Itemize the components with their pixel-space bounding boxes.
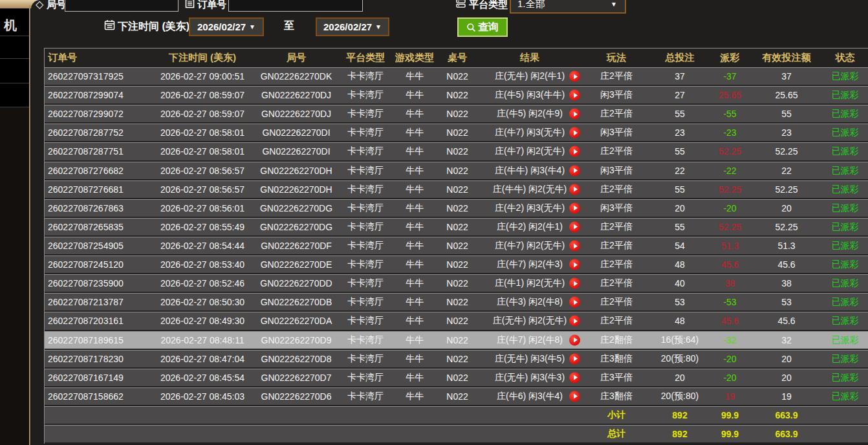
table-row[interactable]: 2602270872877512026-02-27 08:58:01GN0222… xyxy=(45,142,868,161)
table-row[interactable]: 2602270872658352026-02-27 08:55:49GN0222… xyxy=(45,218,868,237)
cell-table-no: N022 xyxy=(437,200,477,217)
cell-play-method: 庄2平倍 xyxy=(582,68,651,85)
cell-status: 已派彩 xyxy=(822,275,868,292)
play-replay-icon[interactable] xyxy=(569,278,580,289)
cell-valid-bet: 55 xyxy=(751,105,822,122)
cell-round-id: GN022262270D9 xyxy=(254,332,339,349)
play-replay-icon[interactable] xyxy=(569,184,580,195)
cell-valid-bet: 53 xyxy=(751,294,822,310)
table-row[interactable]: 2602270872766812026-02-27 08:56:57GN0222… xyxy=(45,180,868,199)
play-replay-icon[interactable] xyxy=(569,241,580,252)
play-replay-icon[interactable] xyxy=(569,391,580,402)
play-replay-icon[interactable] xyxy=(569,372,580,383)
play-replay-icon[interactable] xyxy=(569,259,580,270)
cell-valid-bet: 52.25 xyxy=(751,181,822,198)
cell-payout: 52.25 xyxy=(709,219,751,235)
cell-status: 已派彩 xyxy=(822,312,868,329)
play-replay-icon[interactable] xyxy=(569,90,580,101)
play-replay-icon[interactable] xyxy=(569,334,580,345)
cell-order-id: 260227087189615 xyxy=(45,332,151,349)
play-replay-icon[interactable] xyxy=(569,221,580,232)
cell-platform-type: 卡卡湾厅 xyxy=(339,124,392,141)
cell-status: 已派彩 xyxy=(822,237,868,254)
cell-payout: 45.6 xyxy=(709,256,751,273)
table-row[interactable]: 2602270872549052026-02-27 08:54:44GN0222… xyxy=(45,237,868,255)
cell-game-type: 牛牛 xyxy=(392,351,437,367)
cell-result: 庄(牛7) 闲2(牛3) xyxy=(477,256,582,273)
cell-play-method: 庄2平倍 xyxy=(582,256,651,273)
table-row[interactable]: 2602270872451202026-02-27 08:53:40GN0222… xyxy=(45,255,868,274)
play-replay-icon[interactable] xyxy=(569,297,580,308)
play-replay-icon[interactable] xyxy=(569,353,580,364)
cell-game-type: 牛牛 xyxy=(392,143,437,160)
cell-play-method: 庄2平倍 xyxy=(582,237,651,254)
cell-status: 已派彩 xyxy=(822,369,868,386)
table-row[interactable]: 2602270973179252026-02-27 09:00:51GN0222… xyxy=(45,67,868,86)
cell-play-method: 庄3翻倍 xyxy=(582,388,651,405)
column-header-order-id: 订单号 xyxy=(45,49,151,67)
cell-payout: 52.25 xyxy=(709,181,751,198)
table-row[interactable]: 2602270872766822026-02-27 08:56:57GN0222… xyxy=(45,162,868,180)
order-list-icon xyxy=(185,0,195,8)
cell-round-id: GN022262270DI xyxy=(254,124,339,141)
cell-play-method: 闲3平倍 xyxy=(582,87,651,103)
table-row[interactable]: 2602270872137872026-02-27 08:50:30GN0222… xyxy=(45,293,868,312)
table-row[interactable]: 2602270872359002026-02-27 08:52:46GN0222… xyxy=(45,274,868,293)
sidebar-divider xyxy=(0,36,30,36)
cell-game-type: 牛牛 xyxy=(392,162,437,179)
table-row[interactable]: 2602270871586622026-02-27 08:45:03GN0222… xyxy=(45,387,868,406)
platform-type-icon xyxy=(456,0,466,8)
cell-bet-time: 2026-02-27 09:00:51 xyxy=(151,68,254,85)
table-row[interactable]: 2602270872990722026-02-27 08:59:07GN0222… xyxy=(45,105,868,124)
bet-records-table: 订单号下注时间 (美东)局号平台类型游戏类型桌号结果玩法总投注派彩有效投注额状态… xyxy=(44,48,868,444)
spacer xyxy=(45,426,582,442)
cell-total-bet: 20 xyxy=(651,200,709,217)
cell-platform-type: 卡卡湾厅 xyxy=(339,237,392,254)
table-row[interactable]: 2602270871671492026-02-27 08:45:54GN0222… xyxy=(45,369,868,387)
cell-total-bet: 48 xyxy=(651,256,709,273)
play-replay-icon[interactable] xyxy=(569,127,580,138)
cell-total-bet: 54 xyxy=(651,237,709,254)
cell-table-no: N022 xyxy=(437,87,477,103)
cell-result: 庄(牛7) 闲3(无牛) xyxy=(477,124,582,141)
cell-table-no: N022 xyxy=(437,68,477,85)
cell-round-id: GN022262270DB xyxy=(254,294,339,310)
grand-total-payout: 99.9 xyxy=(709,426,751,442)
table-row[interactable]: 2602270872990742026-02-27 08:59:07GN0222… xyxy=(45,86,868,105)
round-number-input[interactable] xyxy=(65,0,179,12)
play-replay-icon[interactable] xyxy=(569,165,580,176)
table-row[interactable]: 2602270872031612026-02-27 08:49:30GN0222… xyxy=(45,312,868,331)
play-replay-icon[interactable] xyxy=(569,71,580,82)
cell-round-id: GN022262270DE xyxy=(254,256,339,273)
table-row[interactable]: 2602270872877522026-02-27 08:58:01GN0222… xyxy=(45,124,868,142)
table-row[interactable]: 2602270871896152026-02-27 08:48:11GN0222… xyxy=(45,331,868,350)
cell-platform-type: 卡卡湾厅 xyxy=(339,256,392,273)
cell-table-no: N022 xyxy=(437,275,477,292)
grand-total-row: 总计89299.9663.9 xyxy=(45,425,868,444)
cell-result: 庄(无牛) 闲3(牛5) xyxy=(477,351,582,367)
cell-bet-time: 2026-02-27 08:50:30 xyxy=(151,294,254,310)
cell-order-id: 260227087299074 xyxy=(45,87,151,103)
play-replay-icon[interactable] xyxy=(569,316,580,327)
date-from-picker[interactable]: 2026/02/27 ▼ xyxy=(189,17,264,36)
cell-round-id: GN022262270DH xyxy=(254,181,339,198)
play-replay-icon[interactable] xyxy=(569,202,580,213)
cell-payout: 38 xyxy=(709,275,751,292)
cell-game-type: 牛牛 xyxy=(392,256,437,273)
play-replay-icon[interactable] xyxy=(569,146,580,157)
date-to-picker[interactable]: 2026/02/27 ▼ xyxy=(316,17,389,36)
subtotal-payout: 99.9 xyxy=(709,407,751,424)
cell-play-method: 闲3平倍 xyxy=(582,124,651,141)
query-button[interactable]: 查询 xyxy=(457,17,508,37)
bet-records-panel: ◇ 局号 订单号 平台类型 1.全部 ▼ 下注时间 (美东) 2026/02/2… xyxy=(31,0,868,445)
table-row[interactable]: 2602270872678632026-02-27 08:56:01GN0222… xyxy=(45,199,868,218)
platform-type-select[interactable]: 1.全部 ▼ xyxy=(510,0,626,14)
cell-valid-bet: 51.3 xyxy=(751,237,822,254)
play-replay-icon[interactable] xyxy=(569,109,580,120)
cell-bet-time: 2026-02-27 08:58:01 xyxy=(151,143,254,160)
table-row[interactable]: 2602270871782302026-02-27 08:47:04GN0222… xyxy=(45,350,868,369)
diamond-icon: ◇ xyxy=(36,0,43,10)
cell-bet-time: 2026-02-27 08:47:04 xyxy=(151,351,254,367)
cell-order-id: 260227087276682 xyxy=(45,162,151,179)
order-number-input[interactable] xyxy=(228,0,363,12)
